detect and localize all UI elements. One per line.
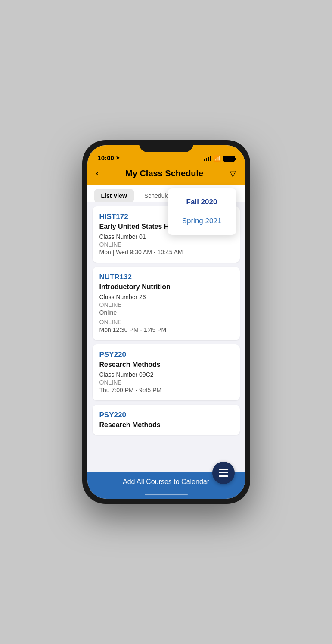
- tab-list-label: List View: [101, 192, 127, 199]
- course-list: HIST172 Early United States History Clas…: [87, 202, 245, 472]
- phone-screen: 10:00 ➤ 📶 ‹ My Class Schedule: [87, 145, 245, 499]
- status-icons: 📶: [204, 155, 235, 162]
- menu-lines-icon: [219, 469, 228, 477]
- course-number-3: Class Number 09C2: [99, 371, 233, 378]
- semester-dropdown[interactable]: Fall 2020 Spring 2021: [168, 188, 236, 235]
- course-location2-3: ONLINE: [99, 319, 233, 325]
- filter-icon[interactable]: ▽: [230, 168, 236, 178]
- home-bar: [145, 494, 188, 495]
- course-schedule-2: Mon 12:30 PM - 1:45 PM: [99, 326, 233, 333]
- course-code-4: PSY220: [99, 411, 233, 419]
- clock: 10:00: [98, 154, 114, 162]
- course-name-3: Research Methods: [99, 361, 233, 369]
- add-all-courses-button[interactable]: Add All Courses to Calendar: [123, 478, 209, 486]
- course-location2-2: Online: [99, 309, 233, 316]
- tab-list-view[interactable]: List View: [94, 189, 134, 202]
- course-card-3[interactable]: PSY220 Research Methods Class Number 09C…: [93, 344, 240, 400]
- notch: [139, 140, 193, 152]
- dropdown-item-fall2020[interactable]: Fall 2020: [168, 193, 236, 212]
- back-button[interactable]: ‹: [96, 168, 99, 179]
- signal-icon: [204, 156, 211, 161]
- course-card-4-partial[interactable]: PSY220 Research Methods: [93, 405, 240, 435]
- tabs-area: List View Schedule View Fall 2020 Spring…: [87, 185, 245, 202]
- header: ‹ My Class Schedule ▽: [87, 164, 245, 185]
- course-schedule-3: Thu 7:00 PM - 9:45 PM: [99, 387, 233, 394]
- course-number-2: Class Number 26: [99, 294, 233, 300]
- page-title: My Class Schedule: [125, 169, 203, 178]
- course-name-2: Introductory Nutrition: [99, 283, 233, 291]
- status-time: 10:00 ➤: [98, 154, 120, 162]
- course-name-4: Research Methods: [99, 421, 233, 429]
- home-indicator: [87, 492, 245, 499]
- bottom-bar: Add All Courses to Calendar: [87, 472, 245, 492]
- dropdown-item-spring2021[interactable]: Spring 2021: [168, 212, 236, 231]
- location-icon: ➤: [116, 155, 120, 161]
- course-code-3: PSY220: [99, 350, 233, 359]
- course-location-1: ONLINE: [99, 241, 233, 248]
- course-location2-1: ONLINE: [99, 301, 233, 308]
- course-card-2[interactable]: NUTR132 Introductory Nutrition Class Num…: [93, 267, 240, 340]
- battery-icon: [223, 156, 235, 162]
- course-code-2: NUTR132: [99, 273, 233, 281]
- phone-frame: 10:00 ➤ 📶 ‹ My Class Schedule: [82, 140, 250, 504]
- course-location-3: ONLINE: [99, 379, 233, 386]
- menu-fab-button[interactable]: [212, 462, 235, 484]
- course-schedule-1: Mon | Wed 9:30 AM - 10:45 AM: [99, 249, 233, 256]
- wifi-icon: 📶: [214, 155, 221, 162]
